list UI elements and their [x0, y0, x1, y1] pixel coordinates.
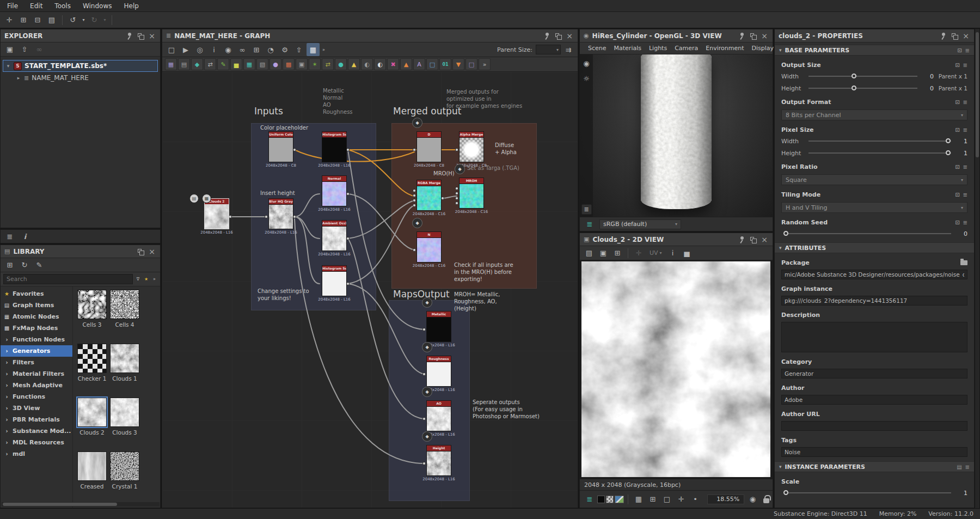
output-format-dropdown[interactable]: 8 Bits per Channel▾: [781, 109, 967, 120]
colorgrid-node-icon[interactable]: ▩: [283, 58, 295, 70]
pencil-node-icon[interactable]: ✎: [217, 58, 229, 70]
exposed-input-button[interactable]: ▤: [189, 194, 199, 203]
refresh-icon[interactable]: ↻: [18, 259, 31, 272]
splatter-node-icon[interactable]: ✶: [309, 58, 321, 70]
filter-icon[interactable]: ∇: [135, 273, 141, 286]
float-icon[interactable]: [136, 247, 145, 256]
options-icon[interactable]: ≡: [963, 99, 967, 105]
save-image-icon[interactable]: ▣: [597, 247, 610, 260]
frame-all-icon[interactable]: □: [165, 43, 178, 56]
pixel-ratio-icon[interactable]: ◉: [746, 493, 759, 506]
channels-icon[interactable]: ≣: [583, 218, 596, 231]
function-icon[interactable]: ⊡: [955, 99, 959, 105]
output-height-slider[interactable]: [808, 84, 917, 92]
menu-help[interactable]: Help: [118, 0, 144, 12]
sidebar-item-function-nodes[interactable]: ›Function Nodes: [1, 334, 72, 345]
library-item-creased[interactable]: Creased: [77, 451, 107, 490]
layers-icon[interactable]: ⊞: [611, 247, 624, 260]
pin-icon[interactable]: [939, 32, 947, 40]
folder-icon[interactable]: [960, 260, 967, 265]
view2d-canvas[interactable]: [580, 260, 773, 479]
output-width-slider[interactable]: [808, 72, 917, 80]
pin-icon[interactable]: [125, 32, 133, 40]
contrast-node-icon[interactable]: ◐: [374, 58, 386, 70]
grid-icon[interactable]: ▦: [632, 493, 645, 506]
tags-input[interactable]: [781, 447, 967, 457]
node-clouds-2[interactable]: Clouds 22048x2048 - L16: [204, 198, 229, 235]
options-icon[interactable]: ≡: [963, 192, 967, 198]
node-ambient-occlusion[interactable]: Ambient Occlusion (HB...2048x2048 - L16: [322, 220, 347, 257]
view3d-viewport[interactable]: ◉☼≣: [580, 54, 773, 217]
fit-icon[interactable]: □: [660, 493, 673, 506]
binary-node-icon[interactable]: 01: [439, 58, 451, 70]
section-base-parameters[interactable]: ▾BASE PARAMETERS ⊡≡: [775, 45, 974, 56]
gradient-node-icon[interactable]: ▧: [256, 58, 268, 70]
camera-icon[interactable]: ◉: [580, 57, 593, 70]
pixel-ratio-dropdown[interactable]: Square▾: [781, 174, 967, 185]
sidebar-item-substance-mod-[interactable]: ›Substance Mod...: [1, 425, 72, 437]
stack-icon[interactable]: ≣: [3, 230, 16, 243]
redo-icon[interactable]: ↻: [88, 14, 101, 27]
menu-edit[interactable]: Edit: [24, 0, 48, 12]
focus-icon[interactable]: ◎: [193, 43, 206, 56]
mask-node-icon[interactable]: ◐: [361, 58, 373, 70]
propagate-size-icon[interactable]: ⇉: [562, 43, 575, 56]
output-height-mode[interactable]: Parent x 1: [934, 85, 967, 91]
redo-menu-icon[interactable]: ▾: [102, 14, 108, 27]
picture-node-icon[interactable]: ▤: [178, 58, 190, 70]
horizontal-scrollbar[interactable]: [2, 502, 160, 506]
options-icon[interactable]: ≡: [963, 127, 967, 133]
sidebar-item-mesh-adaptive[interactable]: ›Mesh Adaptive: [1, 380, 72, 391]
library-item-cells-4[interactable]: Cells 4: [110, 290, 139, 328]
function-icon[interactable]: ⊡: [955, 62, 959, 68]
pixel-width-slider[interactable]: [808, 137, 951, 145]
node-rgba-merge[interactable]: RGBA Merge2048x2048 - C16: [416, 180, 442, 216]
channels-icon[interactable]: ≣: [583, 493, 596, 506]
lock-icon[interactable]: [763, 498, 769, 503]
undo-icon[interactable]: ↺: [66, 14, 79, 27]
sidebar-item-mdl-resources[interactable]: ›MDL Resources: [1, 437, 72, 448]
library-item-crystal-1[interactable]: Crystal 1: [110, 451, 139, 490]
sidebar-item-3d-view[interactable]: ›3D View: [1, 402, 72, 414]
center-icon[interactable]: ✛: [675, 493, 688, 506]
more-icon[interactable]: »: [479, 58, 491, 70]
sidebar-item-filters[interactable]: ›Filters: [1, 357, 72, 368]
fill-node-icon[interactable]: ▼: [452, 58, 464, 70]
view3d-menu-environment[interactable]: Environment: [702, 45, 748, 52]
author-input[interactable]: [781, 395, 967, 405]
menu-tools[interactable]: Tools: [48, 0, 77, 12]
node-output-roughness[interactable]: ◆Roughness2048x2048 - L16: [426, 356, 451, 392]
library-item-clouds-3[interactable]: Clouds 3: [110, 398, 139, 436]
zoom-level[interactable]: 18.55%: [707, 494, 744, 504]
sidebar-item-atomic-nodes[interactable]: ▦Atomic Nodes: [1, 311, 72, 322]
node-histogram-scan-1[interactable]: Histogram Scan2048x2048 - L16: [322, 131, 347, 168]
function-icon[interactable]: ⊡: [955, 192, 959, 198]
export-icon[interactable]: ⇧: [292, 43, 305, 56]
options-icon[interactable]: ≡: [963, 62, 967, 68]
graph-canvas[interactable]: ▤ ▦ InputsMerged outputMapsOutputMetalli…: [162, 72, 578, 508]
cross-node-icon[interactable]: ✖: [387, 58, 399, 70]
image-thumbnail[interactable]: [615, 496, 624, 503]
flame-node-icon[interactable]: ▲: [400, 58, 412, 70]
options-icon[interactable]: ≡: [963, 219, 967, 225]
float-icon[interactable]: [554, 32, 562, 40]
section-instance-parameters[interactable]: ▾INSTANCE PARAMETERS ▤≡: [775, 461, 974, 472]
close-icon[interactable]: ×: [565, 32, 574, 40]
view3d-menu-display[interactable]: Display: [748, 45, 778, 52]
library-item-clouds-1[interactable]: Clouds 1: [110, 344, 139, 382]
snap-icon[interactable]: ⊞: [646, 493, 659, 506]
colorspace-dropdown[interactable]: sRGB (default) ▾: [599, 219, 681, 229]
chevron-down-icon[interactable]: ▾: [5, 63, 11, 69]
node-output-height[interactable]: ◆Height2048x2048 - L16: [426, 445, 451, 481]
close-icon[interactable]: ×: [760, 235, 769, 244]
circle-node-icon[interactable]: ●: [270, 58, 281, 70]
vertical-scrollbar[interactable]: [975, 29, 979, 508]
tree-item-graph[interactable]: ▸ ≣ NAME_MAT_HERE: [3, 72, 158, 84]
node-normal[interactable]: Normal2048x2048 - L16: [322, 175, 347, 212]
warning-node-icon[interactable]: ▲: [348, 58, 360, 70]
levels-node-icon[interactable]: ▅: [230, 58, 242, 70]
random-seed-slider[interactable]: [785, 230, 951, 237]
node-output-ao[interactable]: ◆AO2048x2048 - L16: [426, 400, 451, 437]
function-icon[interactable]: ⊡: [955, 164, 959, 170]
text-node-icon[interactable]: A: [413, 58, 425, 70]
